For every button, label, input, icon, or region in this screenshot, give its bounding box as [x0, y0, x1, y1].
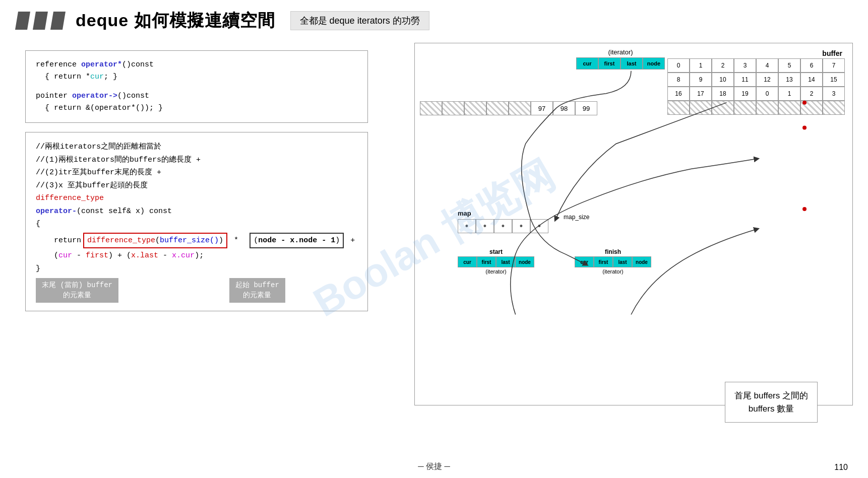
map-section: map • • • • • map_size start cur — [458, 210, 651, 275]
hatch-r4-1 — [667, 101, 690, 115]
header-icons — [15, 12, 66, 30]
start-last: last — [496, 256, 515, 267]
comment-4: //(3)x 至其buffer起頭的長度 — [36, 179, 357, 192]
cur-line: (cur - first) + (x.last - x.cur); — [36, 249, 357, 262]
left-section: reference operator*()const { return *cur… — [25, 50, 368, 311]
cell-11: 11 — [734, 73, 756, 87]
hatch-3 — [464, 101, 486, 115]
comment-3: //(2)itr至其buffer末尾的長度 + — [36, 166, 357, 179]
cell-16: 16 — [667, 87, 690, 101]
map-size-label: map_size — [564, 214, 589, 221]
node-expr-highlight: (node - x.node - 1) — [250, 233, 344, 249]
num-98: 98 — [553, 101, 575, 115]
cell-10: 10 — [712, 73, 734, 87]
buffers-note-line2: buffers 數量 — [749, 404, 794, 414]
kw-operator-arrow: operator-> — [72, 92, 117, 100]
iter-top-cells: cur first last node — [576, 57, 665, 70]
operator-minus-sig: operator-(const self& x) const — [36, 205, 357, 218]
comment-2: //(1)兩根iterators間的buffers的總長度 + — [36, 154, 357, 167]
map-cell-4: • — [512, 219, 530, 233]
cell-14: 14 — [800, 73, 823, 87]
cell-3: 3 — [734, 58, 756, 73]
kw-operator-minus: operator- — [36, 207, 77, 216]
start-first: first — [477, 256, 496, 267]
first-kw: first — [86, 251, 108, 260]
hatch-2 — [442, 101, 464, 115]
icon-3 — [50, 12, 66, 30]
finish-label-bottom: (iterator) — [602, 268, 624, 275]
finish-iter: finish cur first last node (iterator) — [575, 248, 651, 275]
start-cur: cur — [458, 256, 477, 267]
return-line: return difference_type(buffer_size()) * … — [36, 233, 357, 249]
comment-1: //兩根iterators之間的距離相當於 — [36, 141, 357, 154]
hatch-r4-3 — [712, 101, 734, 115]
map-cell-1: • — [458, 219, 476, 233]
iter-cell-first: first — [598, 57, 621, 70]
diff-type-inner: difference_type — [87, 236, 155, 245]
footer-author: ─ 侯捷 ─ — [0, 461, 868, 472]
close-brace: } — [36, 262, 357, 276]
buffers-note: 首尾 buffers 之間的 buffers 數量 — [725, 382, 818, 423]
hatch-r4-7 — [800, 101, 823, 115]
num-99: 99 — [575, 101, 597, 115]
cell-r3-2: 2 — [800, 87, 823, 101]
finish-first: first — [594, 256, 613, 267]
svg-point-1 — [802, 126, 807, 130]
cell-13: 13 — [778, 73, 800, 87]
cell-r3-3: 3 — [823, 87, 845, 101]
xlast-kw: x.last — [131, 251, 158, 260]
cell-9: 9 — [690, 73, 712, 87]
annotation-start: 起始 buffer的元素量 — [229, 278, 285, 303]
buf-size: buffer_size() — [160, 236, 219, 245]
map-cell-5: • — [530, 219, 548, 233]
page-header: deque 如何模擬連續空間 全都是 deque iterators 的功勞 — [0, 0, 868, 37]
hatch-r4-4 — [734, 101, 756, 115]
kw-operator-star: operator* — [81, 60, 122, 69]
cell-4: 4 — [756, 58, 778, 73]
svg-point-2 — [802, 207, 807, 211]
map-cell-3: • — [494, 219, 512, 233]
cell-18: 18 — [712, 87, 734, 101]
open-brace: { — [36, 218, 357, 231]
diff-type-highlight: difference_type(buffer_size()) — [83, 233, 227, 249]
diagram-section: buffer (iterator) cur first last node 97… — [414, 43, 853, 405]
page-title: deque 如何模擬連續空間 — [76, 9, 275, 32]
hatch-r4-2 — [690, 101, 712, 115]
icon-2 — [33, 12, 48, 30]
cell-5: 5 — [778, 58, 800, 73]
cell-15: 15 — [823, 73, 845, 87]
hatch-r4-8 — [823, 101, 845, 115]
iter-cell-node: node — [643, 57, 665, 70]
finish-last: last — [613, 256, 632, 267]
map-label: map — [458, 210, 548, 217]
hatch-5 — [509, 101, 531, 115]
map-cell-2: • — [476, 219, 494, 233]
map-cells: • • • • • — [458, 219, 548, 233]
cell-8: 8 — [667, 73, 690, 87]
iter-cell-cur: cur — [576, 57, 598, 70]
top-iterator: (iterator) cur first last node — [576, 48, 665, 70]
grid-row-hatch — [667, 101, 845, 115]
grid-row-2: 8 9 10 11 12 13 14 15 — [667, 73, 845, 87]
num-97: 97 — [531, 101, 553, 115]
code-box-2: //兩根iterators之間的距離相當於 //(1)兩根iterators間的… — [25, 132, 368, 311]
cell-0: 0 — [667, 58, 690, 73]
buffer-label: buffer — [822, 49, 842, 57]
code-box-1: reference operator*()const { return *cur… — [25, 50, 368, 123]
start-label-bottom: (iterator) — [485, 268, 507, 275]
iterators-row: start cur first last node (iterator) fin… — [458, 248, 651, 275]
finish-node: node — [632, 256, 651, 267]
grid-row-3: 16 17 18 19 0 1 2 3 — [667, 87, 845, 101]
buffer-grid: 0 1 2 3 4 5 6 7 8 9 10 11 12 13 14 15 — [667, 58, 845, 115]
node-expr: node - x.node - 1 — [258, 236, 335, 245]
annotation-row: 末尾 (當前) buffer的元素量 起始 buffer的元素量 — [36, 278, 357, 303]
cell-12: 12 — [756, 73, 778, 87]
cell-6: 6 — [800, 58, 823, 73]
grid-row-1: 0 1 2 3 4 5 6 7 — [667, 58, 845, 73]
hatch-r4-5 — [756, 101, 778, 115]
code-line-3: pointer operator->()const — [36, 90, 357, 102]
start-iter: start cur first last node (iterator) — [458, 248, 534, 275]
map-row: map • • • • • map_size — [458, 210, 651, 233]
buffers-note-line1: 首尾 buffers 之間的 — [734, 391, 808, 400]
cur-kw: cur — [58, 251, 72, 260]
